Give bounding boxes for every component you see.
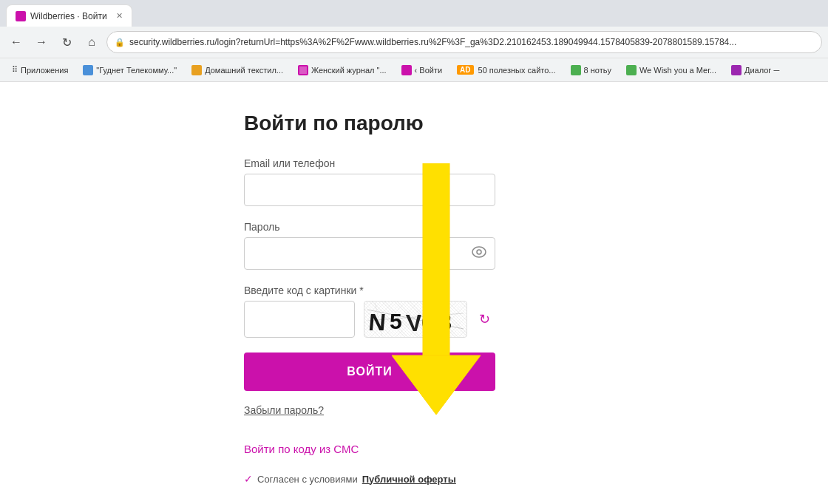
browser-tabs: Wildberries · Войти ✕: [0, 0, 828, 27]
page-content: Войти по паролю Email или телефон Пароль…: [0, 82, 828, 504]
bookmark-8noty[interactable]: 8 нотьу: [565, 63, 617, 78]
login-button[interactable]: ВОЙТИ: [244, 353, 495, 391]
password-wrapper: [244, 237, 495, 270]
login-container: Войти по паролю Email или телефон Пароль…: [244, 82, 584, 504]
bookmark-we[interactable]: We Wish you a Мег...: [620, 63, 722, 78]
bookmark-favicon: [298, 65, 308, 75]
forgot-password-link[interactable]: Забыли пароль?: [244, 404, 584, 416]
email-input[interactable]: [244, 174, 495, 206]
browser-chrome: Wildberries · Войти ✕ ← → ↻ ⌂ 🔒 security…: [0, 0, 828, 82]
svg-point-3: [477, 250, 481, 254]
password-group: Пароль: [244, 221, 584, 270]
bookmark-favicon: [731, 65, 742, 75]
captcha-row: N 5 V 6 B ↻: [244, 301, 584, 338]
bookmark-dialog[interactable]: Диалог ─: [725, 63, 785, 78]
bookmark-favicon: [626, 65, 637, 75]
tab-favicon: [16, 11, 26, 21]
lock-icon: 🔒: [115, 38, 125, 47]
browser-toolbar: ← → ↻ ⌂ 🔒 security.wildberries.ru/login?…: [0, 27, 828, 58]
address-bar[interactable]: 🔒 security.wildberries.ru/login?returnUr…: [106, 31, 822, 53]
password-input[interactable]: [244, 237, 495, 270]
bookmark-apps[interactable]: ⠿ Приложения: [6, 63, 74, 77]
terms-link[interactable]: Публичной оферты: [362, 474, 456, 485]
terms-row: ✓ Согласен с условиями Публичной оферты: [244, 473, 584, 485]
password-label: Пароль: [244, 221, 584, 233]
show-password-icon[interactable]: [472, 246, 486, 261]
captcha-refresh-icon[interactable]: ↻: [479, 311, 490, 327]
terms-text: Согласен с условиями: [257, 474, 358, 485]
bookmark-favicon: [83, 65, 93, 75]
bookmark-favicon: [191, 65, 202, 75]
bookmarks-bar: ⠿ Приложения "Гуднет Телекомму..." Домаш…: [0, 58, 828, 81]
bookmark-login[interactable]: ‹ Войти: [396, 63, 449, 78]
svg-point-2: [472, 247, 486, 257]
tab-close-button[interactable]: ✕: [116, 11, 123, 21]
bookmark-favicon: [401, 65, 412, 75]
captcha-group: Введите код с картинки * N 5: [244, 285, 584, 338]
bookmark-wb[interactable]: Женский журнал "...: [292, 63, 393, 78]
captcha-noise: [364, 302, 466, 337]
tab-title: Wildberries · Войти: [30, 11, 107, 21]
page-title: Войти по паролю: [244, 112, 584, 135]
captcha-input[interactable]: [244, 301, 355, 338]
bookmark-domashn[interactable]: Домашний текстил...: [186, 63, 289, 78]
address-text: security.wildberries.ru/login?returnUrl=…: [129, 37, 814, 47]
sms-login-link[interactable]: Войти по коду из СМС: [244, 443, 584, 455]
forward-button[interactable]: →: [31, 32, 52, 52]
email-group: Email или телефон: [244, 157, 584, 206]
terms-checkmark: ✓: [244, 473, 253, 485]
captcha-label: Введите код с картинки *: [244, 285, 584, 296]
email-label: Email или телефон: [244, 157, 584, 169]
back-button[interactable]: ←: [6, 32, 27, 52]
active-tab[interactable]: Wildberries · Войти ✕: [6, 4, 132, 27]
reload-button[interactable]: ↻: [56, 32, 77, 52]
bookmark-favicon: [571, 65, 581, 75]
captcha-image: N 5 V 6 B: [364, 301, 467, 338]
bookmark-ad50[interactable]: AD 50 полезных сайто...: [451, 63, 561, 77]
home-button[interactable]: ⌂: [81, 32, 102, 52]
ad-badge: AD: [457, 65, 473, 75]
bookmark-gudnet[interactable]: "Гуднет Телекомму...": [77, 63, 183, 78]
